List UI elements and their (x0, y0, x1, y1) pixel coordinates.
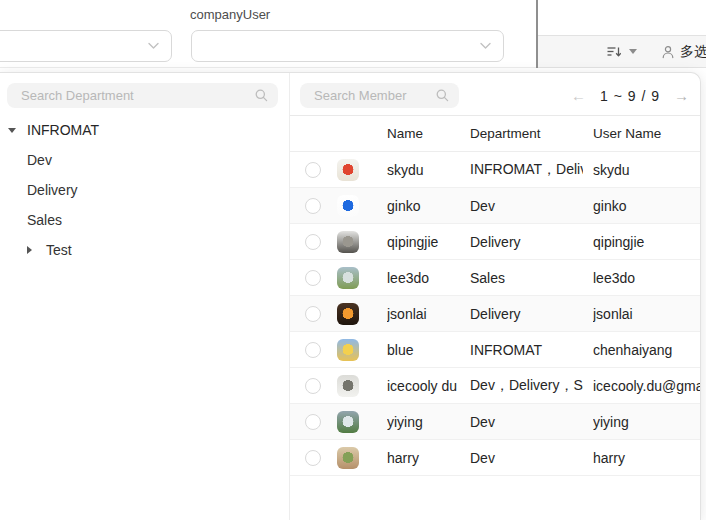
tree-caret-icon[interactable] (8, 128, 27, 133)
company-user-select[interactable] (191, 30, 504, 62)
cell-user-name: lee3do (593, 270, 700, 286)
radio-button[interactable] (305, 270, 321, 286)
member-table-row[interactable]: harry Dev harry (290, 440, 700, 476)
cell-user-name: harry (593, 450, 700, 466)
cell-department: Dev (470, 198, 583, 214)
department-name: Delivery (27, 182, 78, 198)
avatar (337, 447, 359, 469)
column-header-department: Department (470, 126, 583, 141)
member-table-row[interactable]: lee3do Sales lee3do (290, 260, 700, 296)
radio-button[interactable] (305, 378, 321, 394)
member-table-body: skydu INFROMAT，Delivery skydu ginko Dev … (290, 152, 700, 520)
cell-name: skydu (387, 162, 460, 178)
department-tree-item[interactable]: Sales (0, 205, 289, 235)
background-toolbar: 多选用户 (537, 35, 706, 68)
column-header-user-name: User Name (593, 126, 700, 141)
chevron-down-icon (480, 42, 491, 50)
search-icon (436, 89, 449, 102)
next-page-button[interactable]: → (674, 88, 689, 103)
cell-user-name: jsonlai (593, 306, 700, 322)
member-table-row[interactable]: icecooly du Dev，Delivery，Sales icecooly.… (290, 368, 700, 404)
tree-caret-icon[interactable] (27, 246, 46, 254)
member-table-row[interactable]: blue INFROMAT chenhaiyang (290, 332, 700, 368)
member-picker-modal: INFROMAT Dev Delivery Sales Test ← (0, 72, 701, 520)
cell-department: Dev，Delivery，Sales (470, 377, 583, 395)
pagination: ← 1 ~ 9 / 9 → (571, 83, 689, 108)
department-search (7, 83, 278, 108)
avatar (337, 195, 359, 217)
column-header-name: Name (387, 126, 460, 141)
cell-user-name: chenhaiyang (593, 342, 700, 358)
cell-user-name: ginko (593, 198, 700, 214)
table-header: Name Department User Name (290, 115, 700, 152)
department-panel: INFROMAT Dev Delivery Sales Test (0, 73, 290, 520)
cell-department: INFROMAT (470, 342, 583, 358)
page-range: 1 ~ 9 / 9 (600, 88, 660, 104)
window-edge (536, 0, 538, 68)
department-select[interactable] (0, 30, 172, 62)
radio-button[interactable] (305, 198, 321, 214)
background-window: 多选用户 (537, 0, 706, 68)
cell-department: Delivery (470, 306, 583, 322)
member-table-row[interactable]: skydu INFROMAT，Delivery skydu (290, 152, 700, 188)
avatar (337, 159, 359, 181)
cell-department: Dev (470, 450, 583, 466)
department-name: Sales (27, 212, 62, 228)
chevron-down-icon (629, 49, 637, 54)
radio-button[interactable] (305, 342, 321, 358)
cell-user-name: qipingjie (593, 234, 700, 250)
previous-page-button[interactable]: ← (571, 88, 586, 103)
cell-name: ginko (387, 198, 460, 214)
member-table-row[interactable]: ginko Dev ginko (290, 188, 700, 224)
chevron-down-icon (148, 42, 159, 50)
cell-name: jsonlai (387, 306, 460, 322)
member-search-input[interactable] (300, 88, 436, 103)
user-icon (661, 45, 675, 59)
cell-user-name: yiying (593, 414, 700, 430)
radio-button[interactable] (305, 414, 321, 430)
cell-name: harry (387, 450, 460, 466)
department-tree: INFROMAT Dev Delivery Sales Test (0, 115, 289, 265)
company-user-label: companyUser (190, 7, 270, 22)
avatar (337, 375, 359, 397)
cell-name: yiying (387, 414, 460, 430)
member-table-row[interactable]: yiying Dev yiying (290, 404, 700, 440)
search-icon (255, 89, 268, 102)
avatar (337, 267, 359, 289)
cell-name: blue (387, 342, 460, 358)
section-divider (0, 67, 537, 68)
multi-select-user-button[interactable]: 多选用户 (661, 43, 706, 61)
avatar (337, 231, 359, 253)
cell-name: icecooly du (387, 378, 460, 394)
radio-button[interactable] (305, 162, 321, 178)
radio-button[interactable] (305, 450, 321, 466)
member-panel: ← 1 ~ 9 / 9 → Name Department User Name … (290, 73, 700, 520)
avatar (337, 303, 359, 325)
avatar (337, 339, 359, 361)
department-name: INFROMAT (27, 122, 99, 138)
multi-select-user-label: 多选用户 (680, 43, 706, 61)
member-table-row[interactable]: jsonlai Delivery jsonlai (290, 296, 700, 332)
sort-button[interactable] (607, 46, 637, 58)
department-tree-item[interactable]: INFROMAT (0, 115, 289, 145)
underlying-page: companyUser (0, 0, 706, 72)
department-tree-item[interactable]: Test (0, 235, 289, 265)
radio-button[interactable] (305, 234, 321, 250)
cell-department: Delivery (470, 234, 583, 250)
cell-user-name: icecooly.du@gmail.com (593, 378, 700, 394)
department-search-input[interactable] (7, 88, 255, 103)
cell-name: lee3do (387, 270, 460, 286)
cell-department: INFROMAT，Delivery (470, 161, 583, 179)
department-tree-item[interactable]: Delivery (0, 175, 289, 205)
department-tree-item[interactable]: Dev (0, 145, 289, 175)
department-name: Test (46, 242, 72, 258)
sort-descending-icon (607, 46, 621, 58)
department-name: Dev (27, 152, 52, 168)
member-search (300, 83, 459, 108)
cell-user-name: skydu (593, 162, 700, 178)
member-table-row[interactable]: qipingjie Delivery qipingjie (290, 224, 700, 260)
avatar (337, 411, 359, 433)
cell-department: Dev (470, 414, 583, 430)
radio-button[interactable] (305, 306, 321, 322)
cell-department: Sales (470, 270, 583, 286)
